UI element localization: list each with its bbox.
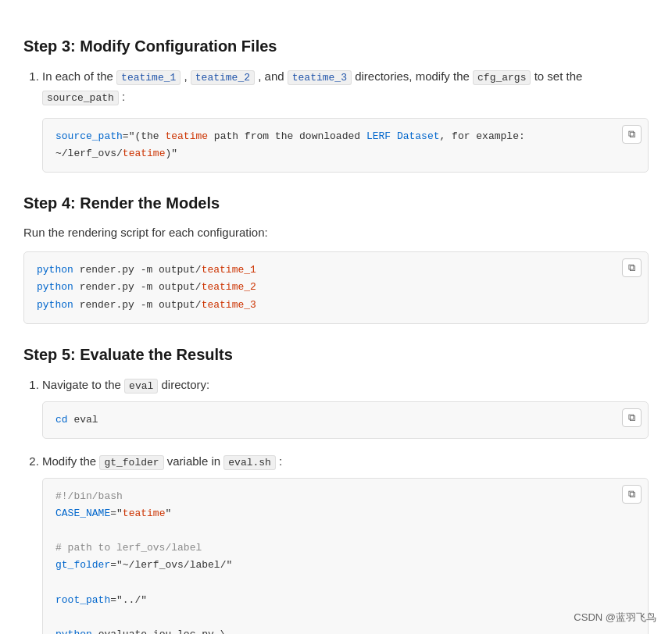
step3-sp: source_path [42,91,119,105]
code2-blank3 [55,609,635,626]
step5-copy1-button[interactable]: ⧉ [622,408,642,427]
step5-gt-folder: gt_folder [99,455,163,470]
code2-blank2 [55,574,635,591]
step5-item1-prefix: Navigate to the [42,378,124,391]
step5-item2-mid: variable in [167,454,224,468]
step3-copy-button[interactable]: ⧉ [622,125,642,144]
step3-dir1: teatime_1 [116,70,181,85]
step3-dir2: teatime_2 [191,70,255,85]
step5-cd: cd [55,414,68,426]
step5-eval-sh: eval.sh [223,455,276,470]
step5-copy2-button[interactable]: ⧉ [622,485,642,504]
step3-cfg: cfg_args [473,70,531,85]
step4-copy-button[interactable]: ⧉ [622,258,642,277]
step3-mid2: to set the [534,69,583,83]
step3-list-item: In each of the teatime_1 , teatime_2 , a… [42,66,649,107]
step5-heading: Step 5: Evaluate the Results [23,346,649,364]
step4-line3: python render.py -m output/teatime_3 [37,297,635,314]
code2-blank1 [55,522,635,540]
step4-code-block: ⧉ python render.py -m output/teatime_1 p… [23,251,649,323]
code2-line1: #!/bin/bash [55,488,635,505]
step3-heading: Step 3: Modify Configuration Files [23,37,649,55]
step3-prefix: In each of the [42,69,116,83]
step5-code2-block: ⧉ #!/bin/bash CASE_NAME="teatime" # path… [42,478,649,634]
step5-item1-suffix: directory: [161,378,209,391]
step5-item1: Navigate to the eval directory: ⧉ cd eva… [42,375,649,439]
step3-suffix: : [122,90,125,103]
watermark: CSDN @蓝羽飞鸟 [574,611,656,625]
code2-line2: CASE_NAME="teatime" [55,505,635,522]
code2-line4: gt_folder="~/lerf_ovs/label/" [55,557,635,574]
step5-eval-dir: eval [124,379,158,394]
step5-code1-block: ⧉ cd eval [42,401,649,439]
step3-mid1: directories, modify the [355,69,473,83]
step3-code-block: ⧉ source_path="(the teatime path from th… [42,118,649,173]
step4-line1: python render.py -m output/teatime_1 [37,262,635,279]
code2-line5: root_path="../" [55,592,635,609]
step3-code-line: source_path="(the teatime path from the … [55,130,525,159]
step5-eval: eval [68,414,98,426]
step5-item2-prefix: Modify the [42,454,99,468]
code2-line3: # path to lerf_ovs/label [55,540,635,557]
code2-line6: python evaluate_iou_loc.py \ [55,626,635,634]
step3-dir3: teatime_3 [288,70,352,85]
and-text: , and [255,69,288,83]
comma1: , [181,69,191,83]
step4-line2: python render.py -m output/teatime_2 [37,279,635,296]
step4-desc: Run the rendering script for each config… [23,223,649,242]
step5-item2-suffix: : [279,454,282,468]
step5-item2: Modify the gt_folder variable in eval.sh… [42,451,649,634]
step4-heading: Step 4: Render the Models [23,194,649,212]
